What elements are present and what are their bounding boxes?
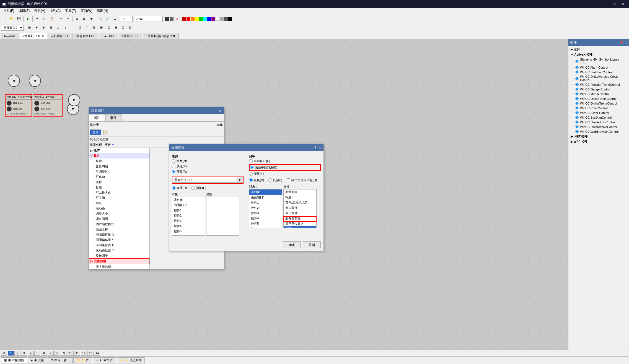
tab-2hao-fan[interactable]: 2号风机.PDL ✕ — [20, 33, 47, 39]
maximize-button[interactable]: □ — [611, 1, 618, 7]
color-cyan[interactable] — [203, 17, 207, 21]
src-obj-0[interactable]: 该对象 — [172, 197, 205, 202]
menu-tools[interactable]: 工具(T) — [63, 8, 78, 14]
radio-indirect-src[interactable]: 间接(E) — [191, 186, 206, 190]
play-button[interactable]: ▶ — [25, 15, 31, 22]
radio-direct-tgt[interactable]: 直接(D) — [249, 178, 264, 182]
num-tab-9[interactable]: 9 — [61, 351, 67, 356]
radio-variable[interactable]: 变量(A) — [172, 170, 244, 174]
tab-newpdl[interactable]: NewPdl0 — [1, 33, 19, 39]
tree-item-userarchive[interactable]: 🔷 WinCC UserArchiveControl — [574, 124, 628, 129]
direct-conn-title[interactable]: 直接连接 ? ✕ — [169, 144, 323, 151]
tree-item-barchart[interactable]: 🔷 WinCC BarChartControl — [574, 70, 628, 74]
tgt-obj-3[interactable]: 控件2 — [249, 205, 282, 210]
cancel-button[interactable]: 取消 — [303, 241, 321, 248]
prop-adjust-screen[interactable]: 调整画面 — [94, 216, 149, 222]
tab-fan1[interactable]: 1号风机.PDL — [119, 33, 143, 39]
radio-operator-msg[interactable]: 操作员输入消息(O) — [287, 178, 317, 182]
close-button[interactable]: ✕ — [619, 1, 627, 7]
tb2-btn15[interactable]: ⊡ — [127, 24, 133, 31]
tree-item-media[interactable]: 🔷 WinCC Media Control — [574, 92, 628, 96]
tree-item-function-trend[interactable]: 🔷 WinCC FunctionTrendControl — [574, 82, 628, 87]
tb2-btn14[interactable]: ⊠ — [120, 24, 126, 31]
lightning-button[interactable]: ⚡ — [103, 130, 108, 135]
motor-symbol-1[interactable]: M ~ — [8, 75, 20, 90]
num-tab-10[interactable]: 10 — [68, 351, 74, 356]
tgt-obj-2[interactable]: 控件1 — [249, 200, 282, 205]
screen-object-2[interactable]: 画面窗口_1号风扇 风层启动 风层关停 CTRL-双击打开画面... — [33, 94, 63, 117]
tree-item-select[interactable]: ▶ 选择 — [570, 47, 628, 52]
color1-button[interactable] — [165, 17, 169, 21]
text-color-button[interactable]: A — [174, 15, 181, 22]
prop-foreground[interactable]: 前景 — [94, 201, 149, 206]
num-tab-11[interactable]: 11 — [74, 351, 80, 356]
prop-closable[interactable]: 可关闭 — [94, 195, 149, 201]
tgt-prop-1[interactable]: 标题 — [284, 195, 316, 200]
copy-button[interactable]: ⎘ — [41, 15, 48, 22]
conn-close-icon[interactable]: ✕ — [319, 146, 321, 150]
tgt-prop-0[interactable]: 变量前缀 — [284, 189, 316, 195]
tree-item-alarm[interactable]: 🔷 WinCC AlarmControl — [574, 65, 628, 70]
source-browse-button[interactable]: ▼ — [237, 177, 242, 183]
tb2-btn12[interactable]: ≣ — [105, 24, 112, 31]
change-button[interactable]: 更改 — [90, 129, 101, 135]
tb2-btn3[interactable]: ◈ — [40, 24, 47, 31]
radio-variable-tgt-input[interactable] — [249, 172, 253, 176]
zoom-out-button[interactable]: 🔎 — [104, 15, 111, 22]
num-tab-8[interactable]: 8 — [54, 351, 60, 356]
bottom-tab-dynamic[interactable]: ⚡ ⚡ 动态向导 — [117, 357, 145, 363]
src-properties-list[interactable] — [206, 197, 239, 236]
group-geometry[interactable]: ▷ 几何 — [89, 148, 149, 153]
motor-symbol-4[interactable]: M ~ — [68, 94, 80, 110]
prop-offset-y[interactable]: 画面偏移量 Y — [94, 237, 149, 243]
tree-item-webbrowser[interactable]: 🔷 WinCC WebBrowser Control — [574, 129, 628, 134]
src-obj-7[interactable]: 控件6 — [172, 234, 205, 236]
tree-item-siemens-lib[interactable]: 🔷 Siemens HMI Symbol Library 1.4.1 — [574, 57, 628, 65]
tab-events[interactable]: 事件 — [105, 114, 121, 121]
redo-button[interactable]: ↪ — [64, 15, 71, 22]
ok-button[interactable]: 确定 — [283, 241, 301, 248]
tab-fan-start[interactable]: 风扇启停.PDL — [73, 33, 98, 39]
right-panel-close-icon[interactable]: ✕ — [625, 41, 627, 45]
menu-help[interactable]: 帮助(H) — [95, 8, 110, 14]
radio-indirect-src-input[interactable] — [191, 186, 195, 190]
bottom-tab-library[interactable]: 📁 📁 库 — [73, 357, 92, 363]
radio-constant[interactable]: 常数(N) — [172, 159, 244, 163]
src-obj-3[interactable]: 控件2 — [172, 213, 205, 218]
tgt-prop-3[interactable]: 窗口高度 — [284, 205, 316, 210]
tab-properties[interactable]: 属性 — [89, 114, 105, 121]
src-obj-6[interactable]: 控件5 — [172, 229, 205, 234]
prop-resizable[interactable]: 可调整尺寸 — [94, 169, 149, 174]
tgt-prop-2[interactable]: 菜单/工具栏组态 — [284, 200, 316, 205]
tree-item-online-table[interactable]: 🔷 WinCC OnlineTableControl — [574, 96, 628, 101]
tgt-prop-selected[interactable]: 画面名称 — [284, 226, 316, 228]
num-tab-14[interactable]: 14 — [94, 351, 100, 356]
tgt-properties-list[interactable]: 变量前缀 标题 菜单/工具栏组态 窗口高度 窗口宽度 服务器前缀 滚动条位置 X… — [283, 189, 317, 228]
screen-object-1[interactable]: 画面窗口_电机启停*.pdl 电机启动 电机关停 CTRL-双击打开画面... — [5, 94, 32, 117]
grid-button[interactable]: ⊞ — [74, 15, 80, 22]
num-tab-3[interactable]: 3 — [21, 351, 27, 356]
menu-edit[interactable]: 编辑(E) — [16, 8, 32, 14]
src-obj-2[interactable]: 控件1 — [172, 208, 205, 213]
prop-zoom-mode[interactable]: 图片缩放模式 — [94, 222, 149, 227]
tab-2hao-fan-close[interactable]: ✕ — [42, 35, 44, 38]
tree-item-slider[interactable]: 🔷 WinCC Slider Control — [574, 110, 628, 115]
menu-file[interactable]: 文件(F) — [1, 8, 16, 14]
src-obj-4[interactable]: 控件3 — [172, 218, 205, 223]
radio-property[interactable]: 属性(P) — [172, 164, 244, 168]
color-bright-red[interactable] — [187, 17, 190, 21]
color-green[interactable] — [199, 17, 203, 21]
zoom-fit-button[interactable]: ⊡ — [112, 15, 118, 22]
dialog-close-icon[interactable]: ✕ — [219, 109, 222, 113]
group-other[interactable]: ▽ 其它 — [89, 153, 149, 158]
tgt-prop-6[interactable]: 滚动条位置 X — [284, 221, 316, 226]
tb2-btn8[interactable]: ⊡ — [76, 24, 83, 31]
tree-item-ruler[interactable]: 🔷 WinCC RulerControl — [574, 106, 628, 110]
num-tab-13[interactable]: 13 — [87, 351, 94, 356]
zoom-input[interactable] — [119, 16, 133, 22]
tgt-obj-6[interactable]: 控件5 — [249, 221, 282, 226]
num-tab-5[interactable]: 5 — [34, 351, 40, 356]
undo-button[interactable]: ↩ — [57, 15, 64, 22]
src-obj-1[interactable]: 画面窗口1 — [172, 202, 205, 208]
color-purple[interactable] — [211, 17, 215, 21]
